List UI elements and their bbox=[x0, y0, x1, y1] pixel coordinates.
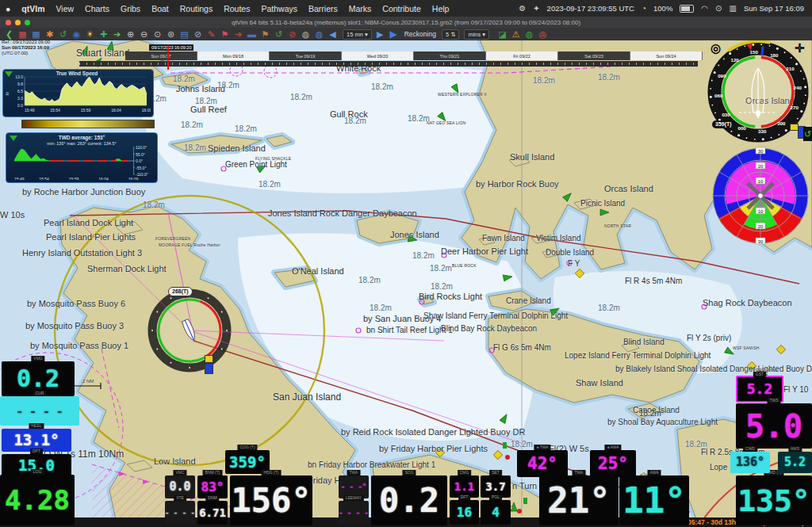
instrument-pol[interactable]: POL4 bbox=[481, 500, 511, 525]
zoom-fit-icon[interactable]: ⊚ bbox=[165, 29, 177, 40]
instrument-twa-target[interactable]: ● TWA42° bbox=[517, 450, 568, 477]
instrument-dft[interactable]: DFT16 bbox=[450, 500, 479, 525]
instrument-xte[interactable]: XTE- - - - bbox=[165, 501, 195, 525]
control-center-icon[interactable]: ▥ bbox=[729, 4, 736, 13]
grib-disable-icon[interactable]: ⊘ bbox=[286, 29, 298, 40]
back-icon[interactable]: ❮ bbox=[3, 29, 15, 40]
pathway-flag-icon[interactable]: ⚑ bbox=[259, 29, 271, 40]
instrument-tws[interactable]: TWS5.0 bbox=[736, 403, 812, 449]
wind-rose-gauge[interactable]: 302010102030 bbox=[709, 145, 812, 251]
instrument-hdg[interactable]: HDG (T)156° bbox=[230, 475, 312, 525]
unit-select[interactable]: mins ▾ bbox=[464, 29, 489, 40]
route-pencil-icon[interactable]: ✎ bbox=[205, 29, 217, 40]
true-wind-speed-graph[interactable]: True Wind Speedkt13.09.86.53.30.015:4915… bbox=[2, 69, 154, 117]
timeline-day[interactable]: Sat 09/23 bbox=[558, 52, 630, 60]
move-icon[interactable]: ✛ bbox=[795, 41, 805, 55]
exit-icon[interactable]: ◪ bbox=[496, 29, 508, 40]
timeline-day[interactable]: Tue 09/19 bbox=[270, 52, 342, 60]
zoom-out-icon[interactable]: ⊖ bbox=[138, 29, 150, 40]
timeline-cursor[interactable] bbox=[167, 45, 169, 70]
target-icon[interactable]: ◎ bbox=[710, 41, 721, 55]
instrument-value: - - - - bbox=[339, 510, 369, 517]
filter-icon[interactable] bbox=[5, 71, 13, 77]
timeline-day[interactable]: Thu 09/21 bbox=[414, 52, 486, 60]
interval-select[interactable]: 15 mn ▾ bbox=[343, 29, 372, 40]
chart-display-icon[interactable]: ▦ bbox=[30, 29, 42, 40]
instrument-aws[interactable]: AWS5.2 bbox=[778, 452, 812, 473]
wind-colorbar bbox=[21, 120, 155, 128]
step-spinner[interactable]: 5 ⇅ bbox=[442, 29, 460, 40]
gear-icon[interactable]: ⚙ bbox=[519, 4, 526, 13]
search-chart-icon[interactable]: ⊘ bbox=[192, 29, 204, 40]
zoom-select-icon[interactable]: ⊙ bbox=[151, 29, 163, 40]
instrument-awa-target[interactable]: ● AWA25° bbox=[590, 450, 636, 477]
menu-item-routings[interactable]: Routings bbox=[180, 4, 213, 13]
wifi-icon[interactable]: ◠ bbox=[701, 4, 708, 13]
filter-icon[interactable] bbox=[10, 136, 17, 141]
lifebuoy-icon[interactable]: ◎ bbox=[537, 29, 549, 40]
menu-item-qtvlm[interactable]: qtVlm bbox=[21, 4, 44, 13]
instrument-awa[interactable]: AWA11° bbox=[619, 475, 689, 525]
menu-item-boat[interactable]: Boat bbox=[151, 4, 169, 13]
refresh-button[interactable]: ↺ bbox=[803, 127, 812, 141]
mark-pin-icon[interactable]: ⚑ bbox=[219, 29, 231, 40]
timeline-day[interactable]: Sun 09/17 bbox=[125, 52, 197, 60]
zoom-in-icon[interactable]: ⊕ bbox=[124, 29, 136, 40]
menu-item-charts[interactable]: Charts bbox=[85, 4, 109, 13]
title-bar[interactable]: qtVlm 64 bits 5.11-6-beta24a (meltemus) … bbox=[0, 17, 812, 28]
estime-icon[interactable]: ↺ bbox=[57, 29, 69, 40]
barrier-icon[interactable]: ▬ bbox=[246, 29, 258, 40]
instrument-cur[interactable]: CUR- - - - bbox=[0, 396, 79, 426]
poi-light-icon[interactable]: ☀ bbox=[84, 29, 96, 40]
svg-text:-55.0°: -55.0° bbox=[136, 166, 146, 170]
instrument-dnm[interactable]: DNM6.71 bbox=[197, 501, 228, 525]
instrument-sog[interactable]: SOG0.2 bbox=[371, 475, 447, 525]
globe-gray-icon[interactable]: ◍ bbox=[300, 29, 312, 40]
step-forward-icon[interactable]: ▶ bbox=[374, 29, 386, 40]
timeline-day[interactable]: Mon 09/18 bbox=[197, 52, 270, 60]
menu-item-gribs[interactable]: Gribs bbox=[121, 4, 140, 13]
instrument-leeway[interactable]: LEEWAY- - - - bbox=[339, 501, 369, 525]
world-online-icon[interactable]: ◍ bbox=[523, 29, 535, 40]
menu-item-marks[interactable]: Marks bbox=[349, 4, 372, 13]
menu-item-contribute[interactable]: Contribute bbox=[382, 4, 420, 13]
bolt-icon[interactable]: ✦ bbox=[533, 4, 539, 13]
twd-average-graph[interactable]: TWD average: 153°min: 130° max: 263° cur… bbox=[6, 132, 158, 183]
step-back-icon[interactable]: ◀ bbox=[327, 29, 339, 40]
ais-antenna-icon[interactable]: ✚ bbox=[98, 29, 109, 40]
compass-icon[interactable]: ◉ bbox=[71, 29, 82, 40]
timeline-tick-bar[interactable] bbox=[79, 61, 698, 67]
chart-catalog-icon[interactable]: ▦ bbox=[17, 29, 29, 40]
menu-item-view[interactable]: View bbox=[56, 4, 75, 13]
apple-menu-icon[interactable]: ● bbox=[6, 4, 10, 13]
instrument-value: 5.2 bbox=[747, 382, 773, 396]
keyboard-icon[interactable]: ◔ bbox=[642, 4, 646, 13]
grib-arrows-icon[interactable]: ➔ bbox=[111, 29, 123, 40]
alarm-icon[interactable]: ⚠ bbox=[510, 29, 522, 40]
minimize-button[interactable] bbox=[15, 20, 21, 25]
instrument-value: 4.28 bbox=[5, 487, 70, 514]
search-icon[interactable]: ⊙ bbox=[715, 4, 722, 13]
close-button[interactable] bbox=[6, 20, 11, 25]
timeline-day[interactable]: Wed 09/20 bbox=[342, 52, 414, 60]
menu-item-help[interactable]: Help bbox=[432, 4, 450, 13]
instrument-cwd[interactable]: CWD136° bbox=[730, 452, 770, 473]
routing-run-icon[interactable]: ➔ bbox=[232, 29, 244, 40]
zoom-window-button[interactable] bbox=[25, 20, 30, 25]
timeline-day[interactable]: Fri 09/22 bbox=[486, 52, 558, 60]
menu-item-pathways[interactable]: Pathways bbox=[261, 4, 297, 13]
instrument-log[interactable]: LOG4.28 bbox=[0, 475, 75, 525]
svg-text:150: 150 bbox=[750, 49, 759, 55]
globe-blue-icon[interactable]: ◍ bbox=[313, 29, 325, 40]
menu-item-barriers[interactable]: Barriers bbox=[308, 4, 338, 13]
timeline-day[interactable]: Sun 09/24 bbox=[630, 52, 703, 60]
instrument-value: 156° bbox=[231, 484, 311, 517]
instrument-twd[interactable]: TWD (T)135° bbox=[736, 475, 812, 525]
instrument-twa[interactable]: TWA21° bbox=[539, 475, 619, 525]
sync-icon[interactable]: ↺ bbox=[273, 29, 285, 40]
play-icon[interactable]: ▶ bbox=[388, 29, 400, 40]
meteotable-icon[interactable]: ▤ bbox=[178, 29, 190, 40]
gribs-icon[interactable]: ✱ bbox=[44, 29, 56, 40]
battery-icon bbox=[680, 5, 694, 13]
menu-item-routes[interactable]: Routes bbox=[224, 4, 250, 13]
